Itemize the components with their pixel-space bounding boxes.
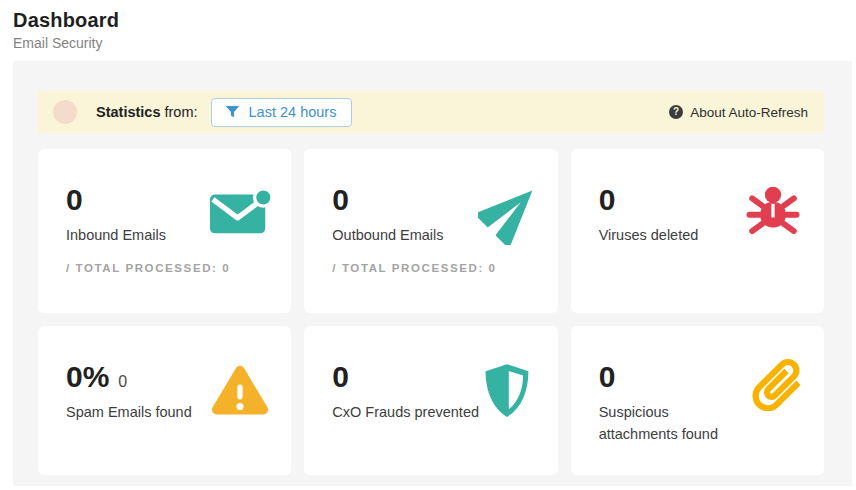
time-range-filter-button[interactable]: Last 24 hours xyxy=(211,98,353,127)
stat-label: CxO Frauds prevented xyxy=(332,401,484,423)
filter-button-label: Last 24 hours xyxy=(249,104,337,120)
stat-value: 0 xyxy=(66,185,83,215)
stat-card-inbound-emails: 0 Inbound Emails / TOTAL PROCESSED: 0 xyxy=(38,149,291,313)
stat-value: 0% xyxy=(66,362,109,392)
shield-icon xyxy=(482,362,532,420)
stats-grid: 0 Inbound Emails / TOTAL PROCESSED: 0 0 … xyxy=(38,149,824,475)
filter-funnel-icon xyxy=(225,105,240,119)
stat-label: Viruses deleted xyxy=(599,224,751,246)
from-label: from: xyxy=(160,104,197,120)
statistics-banner: Statistics from: Last 24 hours ? About A… xyxy=(38,91,824,133)
stat-label: Inbound Emails xyxy=(66,224,218,246)
stat-label: Spam Emails found xyxy=(66,401,218,423)
warning-triangle-icon xyxy=(209,362,271,420)
stat-card-outbound-emails: 0 Outbound Emails / TOTAL PROCESSED: 0 xyxy=(304,149,557,313)
stat-value: 0 xyxy=(599,362,616,392)
stat-total-processed: / TOTAL PROCESSED: 0 xyxy=(66,262,267,274)
stat-card-spam-emails: 0% 0 Spam Emails found xyxy=(38,326,291,475)
about-auto-refresh-link[interactable]: ? About Auto-Refresh xyxy=(669,105,808,120)
envelope-icon xyxy=(209,187,273,235)
stat-value: 0 xyxy=(599,185,616,215)
about-link-label: About Auto-Refresh xyxy=(690,105,808,120)
statistics-from-label: Statistics from: xyxy=(96,104,198,120)
page-header: Dashboard Email Security xyxy=(0,0,856,51)
statistics-label: Statistics xyxy=(96,104,160,120)
stat-value: 0 xyxy=(332,362,349,392)
stat-card-suspicious-attachments: 0 Suspicious attachments found xyxy=(571,326,824,475)
bug-icon xyxy=(744,183,802,241)
paperclip-icon xyxy=(746,354,808,416)
stat-card-viruses-deleted: 0 Viruses deleted xyxy=(571,149,824,313)
stat-total-processed: / TOTAL PROCESSED: 0 xyxy=(332,262,533,274)
status-dot xyxy=(53,100,77,124)
dashboard-panel: Statistics from: Last 24 hours ? About A… xyxy=(13,61,852,486)
help-icon: ? xyxy=(669,105,683,119)
page-title: Dashboard xyxy=(13,9,856,32)
stat-card-cxo-frauds: 0 CxO Frauds prevented xyxy=(304,326,557,475)
stat-value: 0 xyxy=(332,185,349,215)
stat-label: Suspicious attachments found xyxy=(599,401,751,446)
stat-extra-value: 0 xyxy=(118,373,127,391)
stat-label: Outbound Emails xyxy=(332,224,484,246)
paper-plane-icon xyxy=(478,179,544,245)
page-subtitle: Email Security xyxy=(13,35,856,51)
